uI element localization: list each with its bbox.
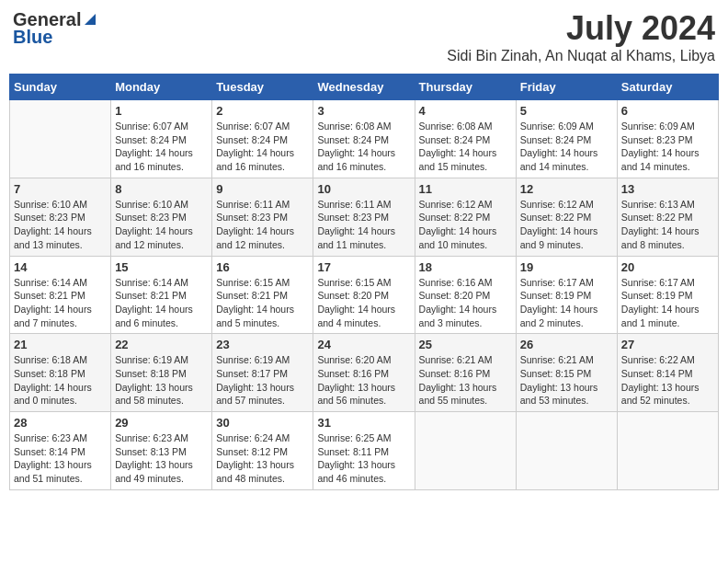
day-info: Sunrise: 6:19 AMSunset: 8:17 PMDaylight:… <box>216 353 309 408</box>
page-header: General Blue July 2024 Sidi Bin Zinah, A… <box>9 9 719 70</box>
day-info: Sunrise: 6:11 AMSunset: 8:23 PMDaylight:… <box>216 198 309 252</box>
day-number: 3 <box>317 104 410 118</box>
calendar-cell: 21Sunrise: 6:18 AMSunset: 8:18 PMDayligh… <box>10 334 111 412</box>
header-day-sunday: Sunday <box>10 75 111 100</box>
month-title: July 2024 <box>447 9 715 48</box>
location-title: Sidi Bin Zinah, An Nuqat al Khams, Libya <box>447 48 715 64</box>
logo-blue: Blue <box>13 27 52 48</box>
day-info: Sunrise: 6:07 AMSunset: 8:24 PMDaylight:… <box>216 120 309 174</box>
day-number: 31 <box>317 416 410 430</box>
day-info: Sunrise: 6:21 AMSunset: 8:16 PMDaylight:… <box>419 353 512 408</box>
header-day-monday: Monday <box>111 75 212 100</box>
day-number: 10 <box>317 182 410 196</box>
day-number: 20 <box>621 260 714 274</box>
day-number: 27 <box>621 338 714 351</box>
day-number: 26 <box>520 338 613 351</box>
calendar-cell: 18Sunrise: 6:16 AMSunset: 8:20 PMDayligh… <box>415 256 516 334</box>
day-number: 7 <box>14 182 107 196</box>
day-number: 29 <box>115 416 208 430</box>
calendar-cell: 6Sunrise: 6:09 AMSunset: 8:23 PMDaylight… <box>617 100 718 178</box>
day-info: Sunrise: 6:10 AMSunset: 8:23 PMDaylight:… <box>115 198 208 252</box>
calendar-cell: 28Sunrise: 6:23 AMSunset: 8:14 PMDayligh… <box>10 412 111 490</box>
day-number: 12 <box>520 182 613 196</box>
day-number: 5 <box>520 104 613 118</box>
day-info: Sunrise: 6:20 AMSunset: 8:16 PMDaylight:… <box>317 353 410 408</box>
calendar-cell: 7Sunrise: 6:10 AMSunset: 8:23 PMDaylight… <box>10 178 111 256</box>
day-info: Sunrise: 6:08 AMSunset: 8:24 PMDaylight:… <box>419 120 512 174</box>
day-number: 11 <box>419 182 512 196</box>
day-info: Sunrise: 6:09 AMSunset: 8:23 PMDaylight:… <box>621 120 714 174</box>
calendar-cell: 17Sunrise: 6:15 AMSunset: 8:20 PMDayligh… <box>313 256 415 334</box>
day-number: 17 <box>317 260 410 274</box>
calendar-table: SundayMondayTuesdayWednesdayThursdayFrid… <box>9 74 719 490</box>
calendar-week-5: 28Sunrise: 6:23 AMSunset: 8:14 PMDayligh… <box>10 412 719 490</box>
calendar-cell: 11Sunrise: 6:12 AMSunset: 8:22 PMDayligh… <box>415 178 516 256</box>
header-day-friday: Friday <box>516 75 617 100</box>
calendar-cell: 25Sunrise: 6:21 AMSunset: 8:16 PMDayligh… <box>415 334 516 412</box>
day-info: Sunrise: 6:11 AMSunset: 8:23 PMDaylight:… <box>317 198 410 252</box>
calendar-cell: 1Sunrise: 6:07 AMSunset: 8:24 PMDaylight… <box>111 100 212 178</box>
day-info: Sunrise: 6:17 AMSunset: 8:19 PMDaylight:… <box>621 276 714 330</box>
calendar-cell: 15Sunrise: 6:14 AMSunset: 8:21 PMDayligh… <box>111 256 212 334</box>
day-number: 23 <box>216 338 309 351</box>
calendar-cell: 29Sunrise: 6:23 AMSunset: 8:13 PMDayligh… <box>111 412 212 490</box>
calendar-cell: 26Sunrise: 6:21 AMSunset: 8:15 PMDayligh… <box>516 334 617 412</box>
day-info: Sunrise: 6:10 AMSunset: 8:23 PMDaylight:… <box>14 198 107 252</box>
header-day-saturday: Saturday <box>617 75 718 100</box>
day-info: Sunrise: 6:16 AMSunset: 8:20 PMDaylight:… <box>419 276 512 330</box>
day-info: Sunrise: 6:14 AMSunset: 8:21 PMDaylight:… <box>115 276 208 330</box>
calendar-cell: 31Sunrise: 6:25 AMSunset: 8:11 PMDayligh… <box>313 412 415 490</box>
header-day-tuesday: Tuesday <box>212 75 313 100</box>
calendar-cell: 10Sunrise: 6:11 AMSunset: 8:23 PMDayligh… <box>313 178 415 256</box>
day-number: 9 <box>216 182 309 196</box>
day-info: Sunrise: 6:19 AMSunset: 8:18 PMDaylight:… <box>115 353 208 408</box>
calendar-cell <box>617 412 718 490</box>
day-info: Sunrise: 6:17 AMSunset: 8:19 PMDaylight:… <box>520 276 613 330</box>
day-number: 15 <box>115 260 208 274</box>
day-info: Sunrise: 6:24 AMSunset: 8:12 PMDaylight:… <box>216 431 309 486</box>
day-info: Sunrise: 6:23 AMSunset: 8:13 PMDaylight:… <box>115 431 208 486</box>
calendar-cell: 27Sunrise: 6:22 AMSunset: 8:14 PMDayligh… <box>617 334 718 412</box>
calendar-cell: 4Sunrise: 6:08 AMSunset: 8:24 PMDaylight… <box>415 100 516 178</box>
day-number: 1 <box>115 104 208 118</box>
day-number: 18 <box>419 260 512 274</box>
day-number: 24 <box>317 338 410 351</box>
calendar-cell: 3Sunrise: 6:08 AMSunset: 8:24 PMDaylight… <box>313 100 415 178</box>
day-number: 28 <box>14 416 107 430</box>
day-info: Sunrise: 6:23 AMSunset: 8:14 PMDaylight:… <box>14 431 107 486</box>
calendar-cell: 8Sunrise: 6:10 AMSunset: 8:23 PMDaylight… <box>111 178 212 256</box>
day-number: 2 <box>216 104 309 118</box>
day-info: Sunrise: 6:18 AMSunset: 8:18 PMDaylight:… <box>14 353 107 408</box>
calendar-week-2: 7Sunrise: 6:10 AMSunset: 8:23 PMDaylight… <box>10 178 719 256</box>
calendar-cell: 23Sunrise: 6:19 AMSunset: 8:17 PMDayligh… <box>212 334 313 412</box>
calendar-week-4: 21Sunrise: 6:18 AMSunset: 8:18 PMDayligh… <box>10 334 719 412</box>
title-block: July 2024 Sidi Bin Zinah, An Nuqat al Kh… <box>447 9 715 70</box>
calendar-cell: 9Sunrise: 6:11 AMSunset: 8:23 PMDaylight… <box>212 178 313 256</box>
day-number: 16 <box>216 260 309 274</box>
calendar-cell <box>10 100 111 178</box>
day-number: 4 <box>419 104 512 118</box>
day-number: 14 <box>14 260 107 274</box>
header-day-wednesday: Wednesday <box>313 75 415 100</box>
day-info: Sunrise: 6:13 AMSunset: 8:22 PMDaylight:… <box>621 198 714 252</box>
calendar-cell: 30Sunrise: 6:24 AMSunset: 8:12 PMDayligh… <box>212 412 313 490</box>
day-number: 19 <box>520 260 613 274</box>
logo: General Blue <box>13 9 97 48</box>
calendar-header: SundayMondayTuesdayWednesdayThursdayFrid… <box>10 75 719 100</box>
day-number: 8 <box>115 182 208 196</box>
day-number: 21 <box>14 338 107 351</box>
calendar-cell: 13Sunrise: 6:13 AMSunset: 8:22 PMDayligh… <box>617 178 718 256</box>
calendar-week-1: 1Sunrise: 6:07 AMSunset: 8:24 PMDaylight… <box>10 100 719 178</box>
day-info: Sunrise: 6:21 AMSunset: 8:15 PMDaylight:… <box>520 353 613 408</box>
calendar-cell: 14Sunrise: 6:14 AMSunset: 8:21 PMDayligh… <box>10 256 111 334</box>
day-info: Sunrise: 6:15 AMSunset: 8:21 PMDaylight:… <box>216 276 309 330</box>
day-number: 6 <box>621 104 714 118</box>
day-number: 25 <box>419 338 512 351</box>
day-number: 13 <box>621 182 714 196</box>
day-info: Sunrise: 6:07 AMSunset: 8:24 PMDaylight:… <box>115 120 208 174</box>
svg-marker-0 <box>85 14 96 25</box>
calendar-cell: 19Sunrise: 6:17 AMSunset: 8:19 PMDayligh… <box>516 256 617 334</box>
calendar-body: 1Sunrise: 6:07 AMSunset: 8:24 PMDaylight… <box>10 100 719 490</box>
calendar-cell <box>516 412 617 490</box>
day-info: Sunrise: 6:25 AMSunset: 8:11 PMDaylight:… <box>317 431 410 486</box>
